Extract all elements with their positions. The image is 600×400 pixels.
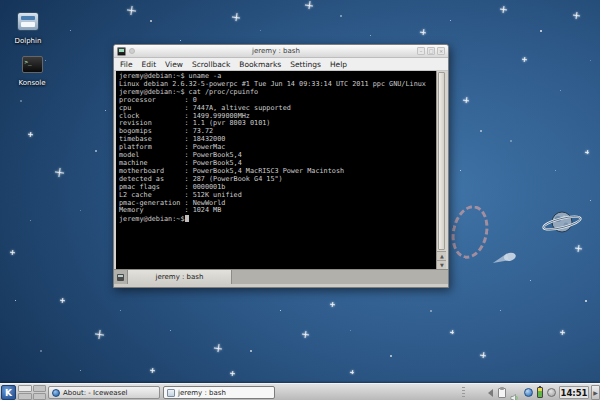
pager-desktop-3[interactable] [18, 393, 32, 400]
star-dot-decoration [20, 100, 22, 102]
star-dot-decoration [105, 110, 106, 111]
star-dot-decoration [280, 310, 281, 311]
terminal-cursor [185, 215, 189, 222]
star-sparkle-decoration [450, 330, 455, 335]
tray-handle[interactable] [462, 387, 465, 398]
menu-item[interactable]: Scrollback [192, 60, 230, 69]
star-sparkle-decoration [522, 57, 528, 63]
star-dot-decoration [585, 300, 587, 302]
task-label: jeremy : bash [178, 389, 226, 397]
menu-item[interactable]: Help [330, 60, 347, 69]
terminal-output: jeremy@debian:~$ uname -aLinux debian 2.… [119, 73, 433, 215]
star-sparkle-decoration [231, 12, 240, 21]
star-sparkle-decoration [420, 29, 427, 36]
tab-bar: jeremy : bash [114, 269, 448, 284]
konsole-icon [22, 56, 43, 73]
scrollbar-thumb[interactable] [438, 72, 445, 250]
star-dot-decoration [480, 130, 482, 132]
star-dot-decoration [340, 15, 342, 17]
star-sparkle-decoration [573, 12, 581, 20]
window-title: jeremy : bash [135, 47, 417, 55]
window-bottom-frame [114, 284, 448, 287]
kmenu-button[interactable]: K [1, 385, 16, 400]
desktop-icon-dolphin[interactable]: Dolphin [2, 12, 54, 45]
scroll-down-icon[interactable]: ▼ [437, 260, 446, 269]
star-sparkle-decoration [230, 371, 236, 377]
new-tab-icon [117, 274, 124, 281]
star-dot-decoration [80, 370, 81, 371]
menu-item[interactable]: File [120, 60, 133, 69]
desktop-icon-label: Dolphin [2, 37, 54, 45]
volume-icon[interactable] [510, 388, 520, 398]
star-dot-decoration [180, 40, 181, 41]
star-sparkle-decoration [150, 368, 156, 374]
star-dot-decoration [510, 140, 512, 142]
star-sparkle-decoration [54, 167, 64, 177]
star-sparkle-decoration [213, 343, 222, 352]
star-sparkle-decoration [304, 0, 313, 9]
star-sparkle-decoration [302, 331, 310, 339]
notifier-icon[interactable] [547, 388, 556, 397]
taskbar-task-konsole[interactable]: jeremy : bash [163, 386, 275, 399]
task-label: About: - Iceweasel [63, 389, 127, 397]
new-tab-button[interactable] [114, 270, 128, 284]
desktop-pager [18, 385, 46, 400]
menu-bar: FileEditViewScrollbackBookmarksSettingsH… [114, 58, 448, 71]
window-titlebar[interactable]: jeremy : bash – □ × [114, 45, 448, 58]
desktop: Dolphin Konsole jeremy : bash – □ × File… [0, 0, 600, 400]
saturn-planet-decoration [541, 208, 583, 238]
star-dot-decoration [260, 30, 261, 31]
terminal-view[interactable]: jeremy@debian:~$ uname -aLinux debian 2.… [116, 71, 446, 269]
pager-desktop-1[interactable] [18, 385, 32, 392]
star-dot-decoration [350, 330, 351, 331]
menu-item[interactable]: View [165, 60, 183, 69]
desktop-icon-label: Konsole [6, 79, 58, 87]
star-sparkle-decoration [500, 6, 508, 14]
star-sparkle-decoration [585, 150, 590, 155]
panel-clock[interactable]: 14:51 [559, 386, 589, 399]
konsole-task-icon [167, 389, 175, 397]
menu-item[interactable]: Edit [142, 60, 157, 69]
scroll-up-icon[interactable]: ▲ [437, 251, 446, 260]
dolphin-icon [17, 12, 39, 31]
star-sparkle-decoration [575, 245, 583, 253]
star-dot-decoration [95, 150, 97, 152]
taskbar-panel: K About: - Iceweasel jeremy : bash [0, 383, 600, 400]
minimize-button[interactable]: – [417, 47, 425, 55]
tray-expander-icon[interactable] [484, 388, 494, 398]
pager-desktop-2[interactable] [33, 385, 47, 392]
menu-item[interactable]: Bookmarks [239, 60, 281, 69]
star-dot-decoration [450, 20, 451, 21]
star-dot-decoration [15, 300, 16, 301]
star-dot-decoration [370, 35, 371, 36]
star-sparkle-decoration [480, 352, 487, 359]
star-dot-decoration [390, 355, 392, 357]
star-dot-decoration [590, 200, 591, 201]
menu-item[interactable]: Settings [290, 60, 321, 69]
maximize-button[interactable]: □ [427, 47, 435, 55]
pager-desktop-4[interactable] [33, 393, 47, 400]
star-dot-decoration [540, 30, 542, 32]
star-sparkle-decoration [126, 5, 136, 15]
terminal-scrollbar[interactable]: ▲ ▼ [436, 71, 446, 269]
star-sparkle-decoration [330, 302, 336, 308]
star-dot-decoration [460, 170, 461, 171]
terminal-prompt-line: jeremy@debian:~$ [119, 215, 433, 224]
close-button[interactable]: × [437, 47, 445, 55]
star-dot-decoration [150, 20, 152, 22]
star-dot-decoration [170, 330, 171, 331]
taskbar-task-iceweasel[interactable]: About: - Iceweasel [48, 386, 160, 399]
star-sparkle-decoration [350, 370, 355, 375]
tab-jeremy-bash[interactable]: jeremy : bash [128, 270, 232, 284]
battery-icon[interactable] [537, 387, 543, 398]
panel-hide-button[interactable]: ▶ [591, 385, 600, 400]
star-dot-decoration [120, 310, 121, 311]
star-dot-decoration [30, 220, 31, 221]
desktop-icon-konsole[interactable]: Konsole [6, 56, 58, 87]
star-dot-decoration [555, 170, 556, 171]
star-dot-decoration [500, 310, 501, 311]
iceweasel-icon [52, 389, 60, 397]
star-dot-decoration [560, 90, 561, 91]
network-icon[interactable] [524, 388, 533, 397]
klipper-icon[interactable] [498, 388, 506, 398]
